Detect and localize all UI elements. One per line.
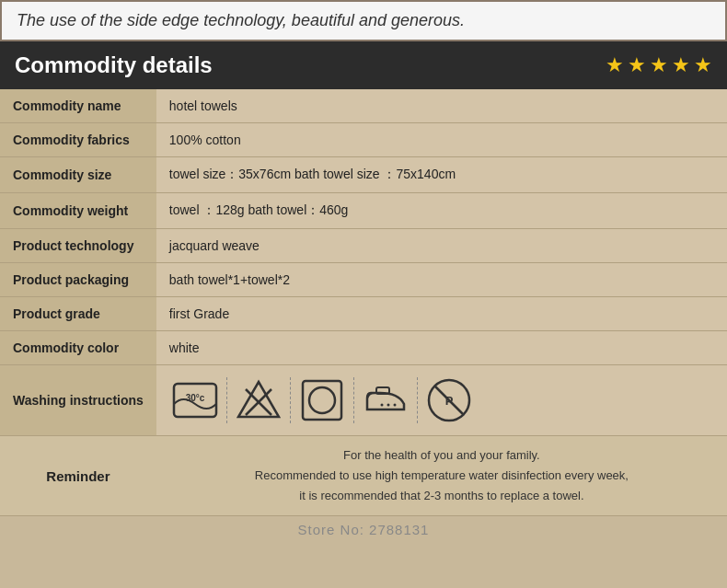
star-3: ★ [650, 53, 668, 77]
row-label-3: Commodity weight [0, 193, 156, 229]
washing-icons: 30°c [169, 375, 714, 426]
row-label-4: Product technology [0, 229, 156, 263]
row-value-3: towel ：128g bath towel：460g [156, 193, 727, 229]
top-banner: The use of the side edge technology, bea… [0, 0, 727, 41]
row-value-4: jacquard weave [156, 229, 727, 263]
wash-30c-icon: 30°c [169, 375, 221, 426]
svg-text:30°c: 30°c [185, 393, 204, 403]
row-label-5: Product packaging [0, 263, 156, 297]
row-label-0: Commodity name [0, 89, 156, 123]
table-row: Product technologyjacquard weave [0, 229, 727, 263]
divider-4 [417, 377, 418, 423]
svg-marker-2 [238, 382, 279, 417]
row-label-6: Product grade [0, 297, 156, 331]
washing-icons-cell: 30°c [156, 365, 727, 436]
reminder-line-3: it is recommended that 2-3 months to rep… [169, 486, 714, 506]
wash-icon-no-tumble-wrap [296, 375, 348, 426]
star-1: ★ [606, 53, 624, 77]
table-row: Product gradefirst Grade [0, 297, 727, 331]
no-tumble-icon [296, 375, 348, 426]
svg-point-6 [309, 387, 335, 413]
washing-row: Washing instructions 30°c [0, 365, 727, 436]
wash-icon-no-dryclean-wrap: P [423, 375, 475, 426]
reminder-row: Reminder For the health of you and your … [0, 436, 727, 516]
row-label-7: Commodity color [0, 331, 156, 365]
page-title: Commodity details [15, 52, 213, 78]
svg-point-11 [393, 404, 396, 407]
table-row: Commodity sizetowel size：35x76cm bath to… [0, 157, 727, 193]
no-bleach-icon [233, 375, 284, 426]
wash-icon-30c-wrap: 30°c [169, 375, 221, 426]
divider-1 [226, 377, 227, 423]
reminder-line-1: For the health of you and your family. [169, 445, 714, 466]
washing-label: Washing instructions [0, 365, 156, 436]
reminder-line-2: Recommended to use high temperature wate… [169, 466, 714, 486]
row-value-0: hotel towels [156, 89, 727, 123]
divider-3 [353, 377, 354, 423]
wash-icon-no-bleach-wrap [233, 375, 284, 426]
divider-2 [290, 377, 291, 423]
table-row: Product packagingbath towel*1+towel*2 [0, 263, 727, 297]
star-4: ★ [672, 53, 690, 77]
star-rating: ★ ★ ★ ★ ★ [606, 53, 712, 77]
svg-point-10 [387, 404, 389, 407]
row-label-1: Commodity fabrics [0, 123, 156, 157]
svg-point-9 [380, 404, 383, 407]
svg-line-7 [298, 376, 303, 381]
reminder-label: Reminder [0, 436, 156, 516]
reminder-text: For the health of you and your family. R… [156, 436, 727, 516]
table-row: Commodity namehotel towels [0, 89, 727, 123]
svg-text:P: P [444, 394, 453, 408]
iron-icon [360, 375, 411, 426]
wash-icon-iron-wrap [360, 375, 411, 426]
details-table: Commodity namehotel towelsCommodity fabr… [0, 89, 727, 516]
row-value-2: towel size：35x76cm bath towel size ：75x1… [156, 157, 727, 193]
table-row: Commodity fabrics100% cotton [0, 123, 727, 157]
row-value-6: first Grade [156, 297, 727, 331]
star-5: ★ [694, 53, 712, 77]
row-value-5: bath towel*1+towel*2 [156, 263, 727, 297]
store-number: Store No: 2788131 [0, 516, 727, 539]
row-value-1: 100% cotton [156, 123, 727, 157]
star-2: ★ [628, 53, 646, 77]
table-row: Commodity weighttowel ：128g bath towel：4… [0, 193, 727, 229]
row-value-7: white [156, 331, 727, 365]
table-row: Commodity colorwhite [0, 331, 727, 365]
header-bar: Commodity details ★ ★ ★ ★ ★ [0, 41, 727, 89]
no-dryclean-icon: P [423, 375, 475, 426]
row-label-2: Commodity size [0, 157, 156, 193]
